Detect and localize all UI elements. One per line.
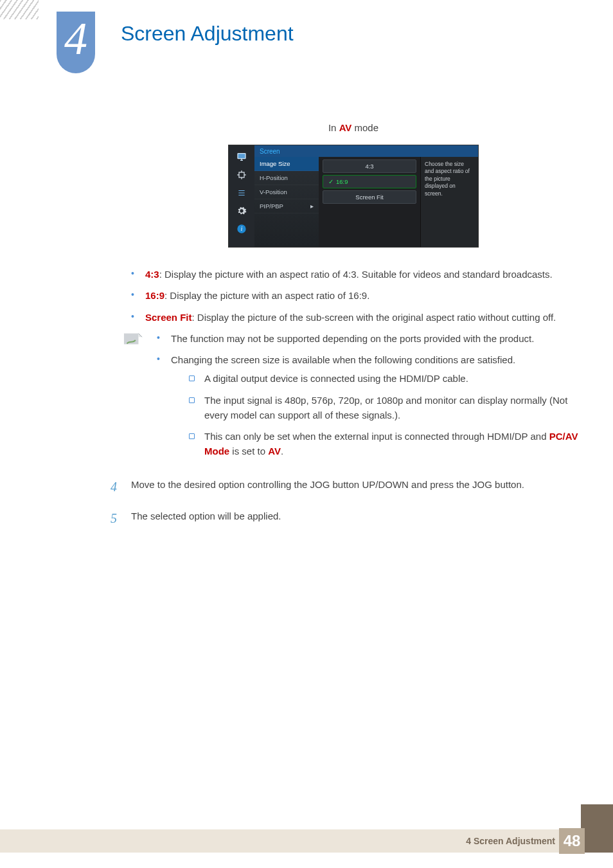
cond3-part-b: is set to bbox=[229, 446, 268, 457]
list-item: 16:9: Display the picture with an aspect… bbox=[129, 288, 578, 303]
resize-icon bbox=[236, 170, 247, 180]
osd-menu: Image Size H-Position V-Position PIP/PBP… bbox=[254, 157, 319, 247]
option-screen-fit-text: : Display the picture of the sub-screen … bbox=[192, 312, 556, 323]
chapter-badge: 4 bbox=[57, 12, 95, 73]
aspect-options-list: 4:3: Display the picture with an aspect … bbox=[129, 267, 578, 325]
osd-option-4-3: 4:3 bbox=[323, 159, 416, 173]
list-icon bbox=[236, 188, 247, 198]
list-item: This can only be set when the external i… bbox=[188, 429, 578, 459]
chapter-title: Screen Adjustment bbox=[121, 22, 294, 46]
page-number-badge: 48 bbox=[559, 828, 585, 854]
monitor-icon bbox=[236, 152, 247, 162]
cond3-part-a: This can only be set when the external i… bbox=[204, 431, 549, 442]
mode-caption: In AV mode bbox=[129, 122, 578, 133]
svg-rect-4 bbox=[124, 333, 139, 344]
note-conditions-intro: Changing the screen size is available wh… bbox=[171, 354, 515, 365]
note-list: The function may not be supported depend… bbox=[154, 331, 578, 459]
conditions-list: A digital output device is connected usi… bbox=[171, 371, 578, 458]
cond3-kw-av: AV bbox=[268, 446, 281, 457]
list-item: The input signal is 480p, 576p, 720p, or… bbox=[188, 393, 578, 423]
osd-help-text: Choose the size and aspect ratio of the … bbox=[420, 157, 478, 247]
step-5: 5 The selected option will be applied. bbox=[111, 509, 578, 529]
option-4-3-label: 4:3 bbox=[145, 269, 159, 280]
osd-option-16-9: 16:9 bbox=[323, 175, 416, 188]
note-block: The function may not be supported depend… bbox=[123, 331, 578, 466]
page-footer: 4 Screen Adjustment bbox=[0, 829, 613, 853]
corner-hatch bbox=[0, 0, 39, 19]
note-icon bbox=[123, 331, 143, 347]
list-item: Screen Fit: Display the picture of the s… bbox=[129, 310, 578, 325]
footer-label: 4 Screen Adjustment bbox=[466, 836, 555, 846]
osd-menu-image-size: Image Size bbox=[254, 157, 319, 171]
step-4: 4 Move to the desired option controlling… bbox=[111, 477, 578, 497]
svg-rect-0 bbox=[238, 154, 245, 159]
list-item: A digital output device is connected usi… bbox=[188, 371, 578, 386]
step-4-text: Move to the desired option controlling t… bbox=[131, 477, 578, 497]
osd-option-screen-fit: Screen Fit bbox=[323, 190, 416, 204]
option-16-9-text: : Display the picture with an aspect rat… bbox=[164, 290, 369, 301]
option-screen-fit-label: Screen Fit bbox=[145, 312, 192, 323]
osd-menu-h-position: H-Position bbox=[254, 171, 319, 185]
osd-menu-v-position: V-Position bbox=[254, 185, 319, 199]
mode-suffix: mode bbox=[351, 122, 378, 133]
mode-prefix: In bbox=[328, 122, 339, 133]
step-4-number: 4 bbox=[111, 477, 121, 497]
svg-text:i: i bbox=[241, 226, 243, 232]
mode-keyword: AV bbox=[339, 122, 352, 133]
osd-icon-column: i bbox=[229, 145, 254, 247]
list-item: Changing the screen size is available wh… bbox=[154, 352, 578, 459]
list-item: 4:3: Display the picture with an aspect … bbox=[129, 267, 578, 282]
chevron-right-icon: ▸ bbox=[310, 203, 314, 210]
info-icon: i bbox=[236, 224, 247, 234]
side-tab bbox=[581, 804, 613, 853]
step-5-text: The selected option will be applied. bbox=[131, 509, 578, 529]
chapter-number: 4 bbox=[64, 15, 87, 62]
list-item: The function may not be supported depend… bbox=[154, 331, 578, 346]
option-16-9-label: 16:9 bbox=[145, 290, 164, 301]
step-5-number: 5 bbox=[111, 509, 121, 529]
osd-header: Screen bbox=[254, 145, 478, 157]
svg-rect-1 bbox=[239, 172, 244, 177]
gear-icon bbox=[236, 206, 247, 216]
osd-menu-pip-pbp: PIP/PBP▸ bbox=[254, 199, 319, 213]
osd-screenshot: i Screen Image Size H-Position V-Positio… bbox=[228, 145, 479, 248]
option-4-3-text: : Display the picture with an aspect rat… bbox=[159, 269, 553, 280]
osd-options: 4:3 16:9 Screen Fit bbox=[319, 157, 420, 247]
cond3-part-c: . bbox=[281, 446, 283, 457]
